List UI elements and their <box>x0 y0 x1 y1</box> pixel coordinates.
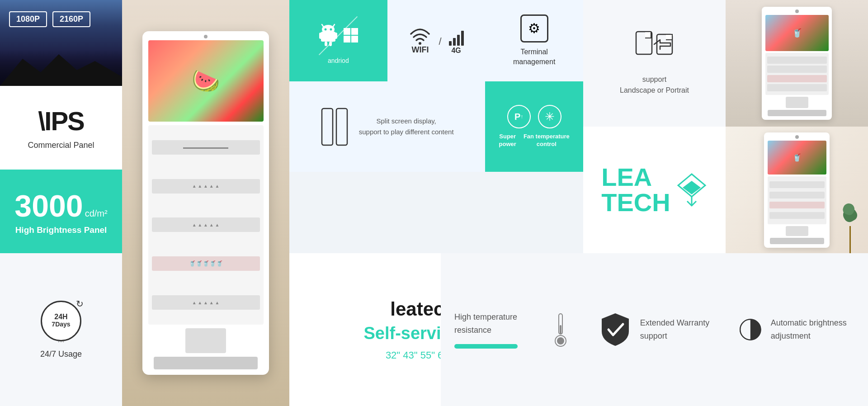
landscape-support-tile: supportLandscape or Portrait <box>583 0 726 127</box>
badge-2160p: 2160P <box>52 11 90 27</box>
brightness-panel: 3000 cd/m² High Brightness Panel <box>0 170 122 253</box>
split-screen-icon <box>321 108 348 146</box>
svg-rect-12 <box>351 28 358 35</box>
leatech-logo-line1: LEA <box>601 165 670 190</box>
ips-logo: \IPS <box>38 106 84 136</box>
usage-label: 24/7 Usage <box>40 349 82 359</box>
brightness-value: 3000 <box>14 188 83 223</box>
landscape-text: supportLandscape or Portrait <box>620 74 689 96</box>
split-screen-tile: Split screen display,support to play dif… <box>289 81 485 172</box>
kiosk-thumb-2: 🥤 <box>726 127 868 253</box>
split-screen-text: Split screen display,support to play dif… <box>359 116 454 137</box>
clock-arrow-icon: ↻ <box>76 298 84 309</box>
terminal-label: Terminalmanagement <box>513 47 555 67</box>
badge-1080p: 1080P <box>9 11 47 27</box>
wifi-label: WIFI <box>411 45 429 55</box>
leatech-diamond-icon <box>676 172 708 208</box>
warranty-text: Extended Warrantysupport <box>640 316 709 343</box>
svg-marker-21 <box>683 181 701 194</box>
kiosk-illustration: 🍉 ▬▬▬▬▬▬▬▬▬▬ ▲ ▲ ▲ ▲ ▲ ▲ ▲ ▲ ▲ ▲ 🥤🥤🥤🥤🥤 <box>142 31 269 375</box>
ips-panel: \IPS Commercial Panel <box>0 86 122 170</box>
product-image-col: 🍉 ▬▬▬▬▬▬▬▬▬▬ ▲ ▲ ▲ ▲ ▲ ▲ ▲ ▲ ▲ ▲ 🥤🥤🥤🥤🥤 <box>122 0 289 406</box>
windows-icon <box>343 27 359 43</box>
fan-icon: ✳ <box>538 105 561 128</box>
leatech-logo-area: LEA TECH <box>583 127 726 253</box>
svg-point-2 <box>322 25 335 34</box>
svg-rect-17 <box>336 109 347 145</box>
kiosk-screen: 🍉 <box>148 40 264 122</box>
android-icon <box>317 24 339 47</box>
kiosk-thumb-1: 🥤 <box>726 0 868 127</box>
super-fan-tile: P↑ ✳ Superpower Fan temperaturecontrol <box>485 81 583 172</box>
warranty-panel: Extended Warrantysupport <box>583 253 726 406</box>
svg-point-15 <box>419 42 421 45</box>
terminal-icon: ⚙ <box>520 14 548 42</box>
brightness-unit: cd/m² <box>85 208 108 219</box>
brightness-icon <box>739 314 762 345</box>
resolution-panel: 1080P 2160P <box>0 0 122 86</box>
svg-rect-26 <box>560 325 561 334</box>
resolution-badges: 1080P 2160P <box>9 11 90 27</box>
fan-temp-label: Fan temperaturecontrol <box>524 133 570 148</box>
svg-line-6 <box>333 24 335 27</box>
clock-hours: 24H <box>52 313 70 321</box>
auto-brightness-text: Automatic brightness adjustment <box>771 316 854 343</box>
svg-line-5 <box>322 24 324 27</box>
terminal-tile: ⚙ Terminalmanagement <box>485 0 583 81</box>
os-tile: andriod <box>289 0 387 81</box>
kiosk-camera <box>204 35 208 38</box>
ips-label: Commercial Panel <box>28 141 94 150</box>
os-label: andriod <box>328 57 349 64</box>
portrait-landscape-icon <box>635 31 674 67</box>
svg-point-28 <box>557 337 564 345</box>
svg-rect-16 <box>322 109 333 145</box>
4g-label: 4G <box>451 47 461 55</box>
wifi-tile: WIFI / 4G <box>387 0 486 81</box>
svg-rect-7 <box>319 33 322 39</box>
svg-point-4 <box>330 28 332 31</box>
svg-rect-13 <box>344 36 350 42</box>
clock-icon: 24H 7Days <box>41 301 81 341</box>
super-power-label: Superpower <box>499 133 516 148</box>
svg-point-3 <box>325 28 327 31</box>
usage-panel: 24H 7Days ↻ • • • 24/7 Usage <box>0 253 122 406</box>
brightness-desc: High Brightness Panel <box>15 225 107 235</box>
clock-days: 7Days <box>52 321 70 328</box>
temp-bar <box>454 344 518 349</box>
super-power-icon: P↑ <box>507 105 531 128</box>
auto-brightness-panel: Automatic brightness adjustment <box>726 253 868 406</box>
high-temp-text: High temperature resistance <box>454 311 544 337</box>
high-temp-panel: High temperature resistance <box>441 253 583 406</box>
svg-marker-0 <box>0 54 122 86</box>
thermometer-icon <box>552 312 570 348</box>
wifi-icon <box>409 27 431 45</box>
leatech-logo-line2: TECH <box>601 190 670 215</box>
shield-icon <box>599 312 631 348</box>
svg-rect-14 <box>351 36 358 42</box>
